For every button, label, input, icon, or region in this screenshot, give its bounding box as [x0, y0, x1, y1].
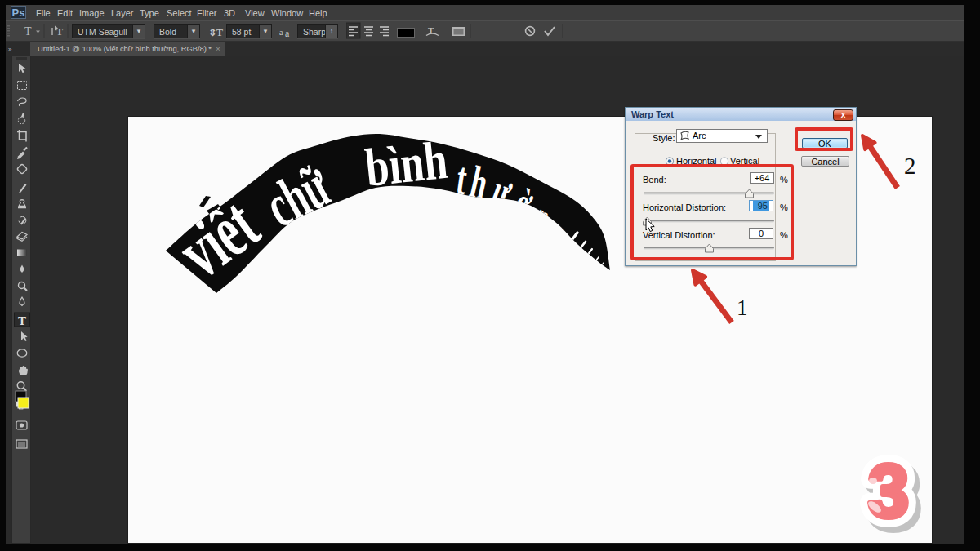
- svg-text:1: 1: [737, 295, 748, 320]
- svg-text:3: 3: [868, 451, 909, 532]
- svg-text:2: 2: [904, 153, 916, 179]
